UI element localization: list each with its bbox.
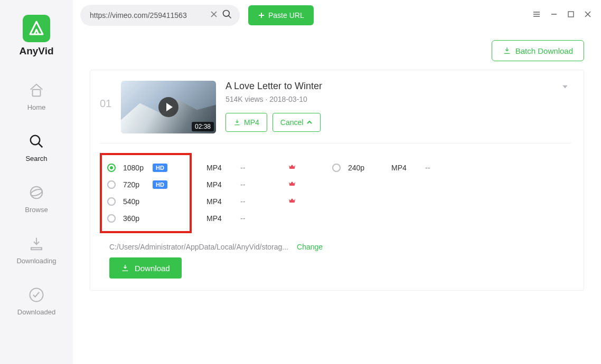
nav-search[interactable]: Search <box>0 133 73 162</box>
sidebar: AnyVid Home Search Browse Downloading Do… <box>0 0 73 364</box>
collapse-icon[interactable] <box>561 83 569 92</box>
downloading-icon <box>29 236 44 254</box>
search-bar <box>80 5 240 26</box>
size-label: -- <box>425 164 441 172</box>
home-icon <box>29 82 44 100</box>
downloaded-icon <box>29 287 44 305</box>
app-logo <box>23 15 50 42</box>
batch-label: Batch Download <box>515 46 573 55</box>
size-label: -- <box>240 214 256 223</box>
svg-point-1 <box>31 136 40 145</box>
result-index: 01 <box>100 98 114 110</box>
content-area: Batch Download 01 02:38 A Love Letter to… <box>73 31 601 291</box>
video-duration: 02:38 <box>192 122 214 131</box>
quality-label: 1080p <box>123 164 148 172</box>
crown-icon <box>288 162 296 173</box>
quality-label: 540p <box>123 197 148 206</box>
change-path-link[interactable]: Change <box>297 243 323 251</box>
search-input[interactable] <box>90 11 210 20</box>
video-title: A Love Letter to Winter <box>226 81 571 92</box>
quality-option[interactable]: 360p <box>107 210 184 227</box>
svg-line-2 <box>39 143 43 148</box>
save-path: C:/Users/Administrator/AppData/Local/Any… <box>109 243 288 251</box>
app-name: AnyVid <box>19 45 53 57</box>
nav-label: Search <box>25 155 47 162</box>
format-label: MP4 <box>206 197 228 206</box>
download-label: Download <box>135 264 170 273</box>
result-card: 01 02:38 A Love Letter to Winter 514K vi… <box>90 70 584 291</box>
window-controls <box>532 10 594 21</box>
paste-label: Paste URL <box>268 11 304 20</box>
svg-point-8 <box>223 11 230 17</box>
menu-icon[interactable] <box>532 10 541 21</box>
nav-downloading[interactable]: Downloading <box>0 236 73 265</box>
radio-icon[interactable] <box>107 197 116 206</box>
search-button[interactable] <box>222 9 232 22</box>
nav-browse[interactable]: Browse <box>0 185 73 214</box>
nav-downloaded[interactable]: Downloaded <box>0 287 73 316</box>
video-views: 514K views <box>226 95 264 103</box>
nav-label: Browse <box>25 206 48 214</box>
cancel-label: Cancel <box>280 118 304 127</box>
radio-icon[interactable] <box>107 180 116 189</box>
maximize-icon[interactable] <box>567 11 575 20</box>
radio-icon[interactable] <box>107 214 116 223</box>
format-label: MP4 <box>206 180 228 189</box>
quality-option[interactable]: 240pMP4-- <box>332 159 491 176</box>
mp4-button[interactable]: MP4 <box>226 113 267 132</box>
topbar: Paste URL <box>73 0 601 31</box>
size-label: -- <box>240 164 256 172</box>
nav-label: Home <box>27 103 46 111</box>
format-label: MP4 <box>206 214 228 223</box>
radio-icon[interactable] <box>332 164 341 172</box>
divider <box>100 143 571 143</box>
hd-badge: HD <box>153 180 167 189</box>
quality-table: 1080pHD720pHD540p360p MP4--MP4--MP4--MP4… <box>100 153 571 233</box>
size-label: -- <box>240 180 256 189</box>
globe-icon <box>29 185 44 203</box>
format-label: MP4 <box>206 164 228 172</box>
quality-option[interactable]: 720pHD <box>107 176 184 193</box>
main-panel: Paste URL Batch Download <box>73 0 601 364</box>
quality-label: 240p <box>348 164 380 172</box>
quality-option[interactable]: 1080pHD <box>107 159 184 176</box>
nav-label: Downloaded <box>17 308 55 316</box>
video-meta: 514K views · 2018-03-10 <box>226 95 571 103</box>
cancel-button[interactable]: Cancel <box>273 113 321 132</box>
radio-icon[interactable] <box>107 164 116 172</box>
hd-badge: HD <box>153 164 167 172</box>
nav-label: Downloading <box>16 257 56 265</box>
svg-rect-16 <box>568 12 574 17</box>
quality-label: 720p <box>123 180 148 189</box>
play-icon[interactable] <box>158 97 179 117</box>
paste-url-button[interactable]: Paste URL <box>248 5 314 25</box>
minimize-icon[interactable] <box>550 11 558 20</box>
size-label: -- <box>240 197 256 206</box>
video-thumbnail[interactable]: 02:38 <box>121 81 216 133</box>
quality-label: 360p <box>123 214 148 223</box>
quality-option[interactable]: 540p <box>107 193 184 210</box>
crown-icon <box>288 196 296 207</box>
highlight-box: 1080pHD720pHD540p360p <box>100 153 192 233</box>
crown-icon <box>288 179 296 190</box>
svg-line-9 <box>229 16 231 18</box>
clear-icon[interactable] <box>210 11 218 20</box>
mp4-label: MP4 <box>244 118 259 127</box>
download-button[interactable]: Download <box>109 257 182 279</box>
video-date: 2018-03-10 <box>269 95 307 103</box>
close-icon[interactable] <box>584 11 591 20</box>
nav-home[interactable]: Home <box>0 82 73 111</box>
batch-download-button[interactable]: Batch Download <box>492 40 584 61</box>
svg-rect-0 <box>33 90 41 97</box>
format-label: MP4 <box>391 164 412 172</box>
search-icon <box>29 133 44 151</box>
